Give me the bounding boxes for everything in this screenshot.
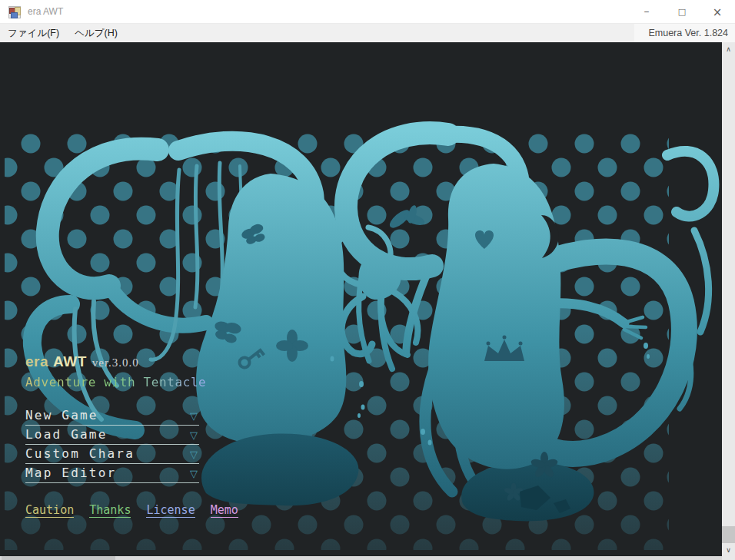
game-console: eraAWTver.3.0.0 Adventure with Tentacle … (0, 42, 722, 556)
emuera-version-label: Emuera Ver. 1.824 (634, 24, 735, 42)
dropdown-arrow-icon: ▽ (190, 429, 198, 442)
link-license[interactable]: License (146, 504, 195, 518)
logo-era: era (25, 353, 48, 369)
link-caution[interactable]: Caution (25, 504, 74, 518)
menu-file[interactable]: ファイル(F) (0, 24, 67, 42)
menu-link-label: Map Editor (25, 466, 116, 480)
maximize-icon: □ (678, 7, 686, 17)
scroll-up-button[interactable]: ∧ (722, 42, 735, 55)
caption-buttons: – □ × (629, 0, 735, 24)
link-thanks[interactable]: Thanks (89, 504, 131, 518)
scrollbar-corner (722, 556, 735, 560)
minimize-button[interactable]: – (629, 0, 664, 24)
minimize-icon: – (644, 5, 650, 17)
game-logo: eraAWTver.3.0.0 (25, 353, 139, 370)
logo-version: ver.3.0.0 (92, 356, 139, 369)
chevron-down-icon: ∨ (726, 546, 731, 554)
horizontal-scrollbar-thumb[interactable] (2, 556, 115, 560)
menu-help[interactable]: ヘルプ(H) (67, 24, 125, 42)
game-menu: New Game ▽ Load Game ▽ Custom Chara ▽ Ma… (25, 407, 199, 484)
menubar: ファイル(F) ヘルプ(H) Emuera Ver. 1.824 (0, 24, 735, 42)
vertical-scrollbar-thumb[interactable] (722, 526, 735, 543)
menu-link-load-game[interactable]: Load Game ▽ (25, 426, 199, 445)
scroll-down-button[interactable]: ∨ (722, 543, 735, 556)
game-subtitle: Adventure with Tentacle (25, 375, 206, 389)
vertical-scrollbar[interactable]: ∧ ∨ (722, 42, 735, 560)
close-icon: × (713, 5, 723, 19)
close-button[interactable]: × (700, 0, 735, 24)
menu-link-label: New Game (25, 408, 98, 422)
menu-link-map-editor[interactable]: Map Editor ▽ (25, 465, 199, 483)
horizontal-scrollbar[interactable] (0, 556, 722, 560)
dropdown-arrow-icon: ▽ (190, 467, 198, 480)
menu-link-new-game[interactable]: New Game ▽ (25, 407, 199, 426)
titlebar[interactable]: era AWT – □ × (0, 0, 735, 24)
maximize-button[interactable]: □ (664, 0, 700, 24)
link-memo[interactable]: Memo (211, 504, 238, 518)
logo-awt: AWT (53, 353, 87, 369)
app-window: era AWT – □ × ファイル(F) ヘルプ(H) Emuera Ver.… (0, 0, 735, 560)
dropdown-arrow-icon: ▽ (190, 448, 198, 461)
menu-link-label: Load Game (25, 427, 108, 442)
window-title: era AWT (28, 0, 63, 24)
footer-links: Caution Thanks License Memo (25, 503, 247, 518)
menu-link-label: Custom Chara (25, 446, 135, 461)
app-icon (8, 6, 21, 18)
chevron-up-icon: ∧ (726, 45, 731, 53)
dropdown-arrow-icon: ▽ (190, 409, 198, 422)
menu-link-custom-chara[interactable]: Custom Chara ▽ (25, 446, 199, 464)
